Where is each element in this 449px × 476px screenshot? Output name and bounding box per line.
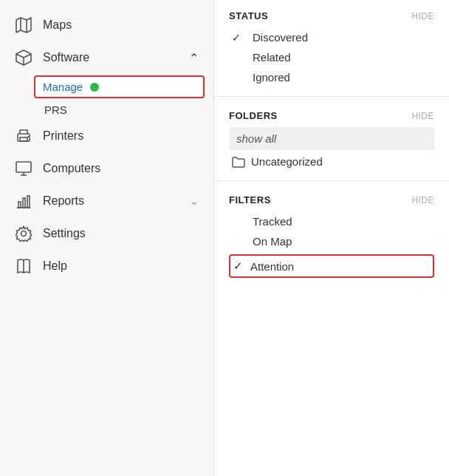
status-section: STATUS HIDE ✓ Discovered Related Ignored [214, 0, 449, 93]
folders-section-header: FOLDERS HIDE [229, 110, 434, 121]
svg-rect-4 [20, 137, 27, 141]
divider-2 [214, 180, 449, 181]
sidebar-item-reports-label: Reports [43, 194, 179, 208]
printer-icon [15, 127, 32, 145]
sidebar-item-settings[interactable]: Settings [0, 217, 213, 250]
filters-section: FILTERS HIDE Tracked On Map ✓ Attention [214, 184, 449, 287]
filter-tracked[interactable]: Tracked [229, 211, 434, 231]
check-icon: ✓ [232, 32, 245, 44]
prs-label: PRS [44, 103, 67, 116]
sidebar-item-printers-label: Printers [43, 129, 199, 143]
sidebar-item-maps-label: Maps [43, 18, 199, 32]
sidebar-item-printers[interactable]: Printers [0, 120, 213, 152]
book-icon [15, 257, 32, 275]
status-indicator [90, 83, 99, 92]
sidebar-item-prs[interactable]: PRS [0, 100, 213, 120]
sidebar-item-manage[interactable]: Manage [34, 75, 205, 98]
filters-hide-button[interactable]: HIDE [411, 195, 434, 205]
map-icon [15, 16, 32, 34]
tracked-label: Tracked [253, 215, 292, 228]
show-all-row[interactable]: show all [229, 127, 434, 150]
status-section-header: STATUS HIDE [229, 10, 434, 21]
show-all-label: show all [236, 132, 276, 145]
monitor-icon [15, 160, 32, 177]
related-label: Related [253, 51, 291, 64]
sidebar-item-help-label: Help [43, 259, 199, 273]
right-panel: STATUS HIDE ✓ Discovered Related Ignored… [214, 0, 449, 476]
sidebar-item-help[interactable]: Help [0, 250, 213, 282]
svg-point-5 [27, 136, 29, 137]
svg-point-13 [21, 231, 27, 237]
svg-rect-11 [23, 198, 25, 208]
filters-title: FILTERS [229, 194, 271, 205]
discovered-label: Discovered [253, 31, 308, 44]
chevron-down-icon: ⌄ [190, 195, 199, 207]
status-hide-button[interactable]: HIDE [411, 11, 434, 21]
uncategorized-label: Uncategorized [251, 155, 323, 168]
sidebar-item-maps[interactable]: Maps [0, 9, 213, 41]
gear-icon [15, 225, 32, 242]
ignored-label: Ignored [253, 71, 290, 84]
on-map-label: On Map [253, 235, 292, 248]
svg-rect-12 [27, 196, 30, 208]
filter-attention[interactable]: ✓ Attention [229, 254, 434, 278]
sidebar-item-software[interactable]: Software ⌃ [0, 41, 213, 74]
sidebar-software-section: Software ⌃ Manage PRS [0, 41, 213, 120]
sidebar-item-reports[interactable]: Reports ⌄ [0, 185, 213, 217]
folder-uncategorized[interactable]: Uncategorized [229, 152, 434, 171]
chart-icon [15, 192, 32, 210]
folder-icon [232, 156, 245, 168]
status-related[interactable]: Related [229, 47, 434, 67]
check-icon: ✓ [233, 259, 243, 273]
status-ignored[interactable]: Ignored [229, 67, 434, 87]
sidebar-item-software-label: Software [43, 51, 179, 64]
sidebar-item-computers-label: Computers [43, 162, 199, 175]
folders-title: FOLDERS [229, 110, 278, 121]
sidebar: Maps Software ⌃ Manage PRS [0, 0, 214, 476]
software-children: Manage PRS [0, 74, 213, 120]
divider-1 [214, 96, 449, 97]
status-discovered[interactable]: ✓ Discovered [229, 27, 434, 47]
status-title: STATUS [229, 10, 268, 21]
attention-label: Attention [250, 260, 294, 273]
filters-section-header: FILTERS HIDE [229, 194, 434, 205]
filter-on-map[interactable]: On Map [229, 231, 434, 251]
svg-marker-0 [16, 18, 31, 33]
manage-label: Manage [43, 81, 83, 93]
svg-rect-10 [18, 202, 21, 208]
box-icon [15, 49, 32, 67]
folders-hide-button[interactable]: HIDE [411, 111, 434, 121]
chevron-up-icon: ⌃ [189, 51, 199, 65]
sidebar-item-computers[interactable]: Computers [0, 152, 213, 185]
svg-rect-6 [16, 162, 31, 172]
sidebar-item-settings-label: Settings [43, 227, 199, 240]
folders-section: FOLDERS HIDE show all Uncategorized [214, 100, 449, 177]
